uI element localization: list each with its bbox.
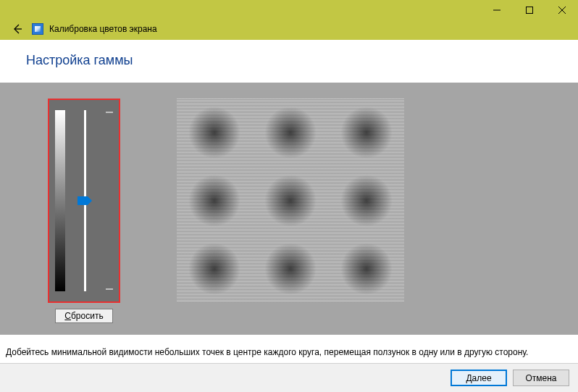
svg-rect-1: [526, 7, 532, 14]
window-controls: [480, 0, 578, 20]
reset-button[interactable]: Сбросить: [55, 309, 112, 323]
gamma-patch: [177, 235, 253, 303]
gamma-patch: [328, 99, 404, 167]
page-title: Настройка гаммы: [26, 53, 578, 68]
slider-ticks: [104, 110, 113, 291]
content-area: Сбросить: [0, 83, 578, 335]
slider-thumb[interactable]: [78, 196, 92, 205]
maximize-button[interactable]: [513, 0, 545, 20]
gamma-gradient: [55, 110, 65, 291]
gamma-patch: [253, 167, 329, 235]
gamma-sample-grid: [177, 99, 404, 303]
next-button[interactable]: Далее: [451, 370, 507, 386]
gamma-patch: [177, 99, 253, 167]
gamma-patch: [328, 167, 404, 235]
minimize-button[interactable]: [480, 0, 513, 20]
gamma-slider[interactable]: [71, 110, 99, 291]
close-button[interactable]: [545, 0, 578, 20]
gamma-slider-panel: [48, 99, 120, 303]
cancel-button[interactable]: Отмена: [513, 370, 569, 386]
gamma-slider-group: Сбросить: [48, 99, 120, 323]
wizard-button-bar: Далее Отмена: [0, 363, 578, 392]
back-button[interactable]: [10, 22, 25, 36]
gamma-patch: [177, 167, 253, 235]
window-title: Калибровка цветов экрана: [49, 24, 157, 34]
wizard-header: Настройка гаммы: [0, 40, 578, 83]
instruction-text: Добейтесь минимальной видимости небольши…: [0, 343, 578, 363]
titlebar: Калибровка цветов экрана: [0, 0, 578, 40]
gamma-patch: [253, 235, 329, 303]
app-icon: [32, 23, 43, 35]
gamma-patch: [328, 235, 404, 303]
gamma-patch: [253, 99, 329, 167]
